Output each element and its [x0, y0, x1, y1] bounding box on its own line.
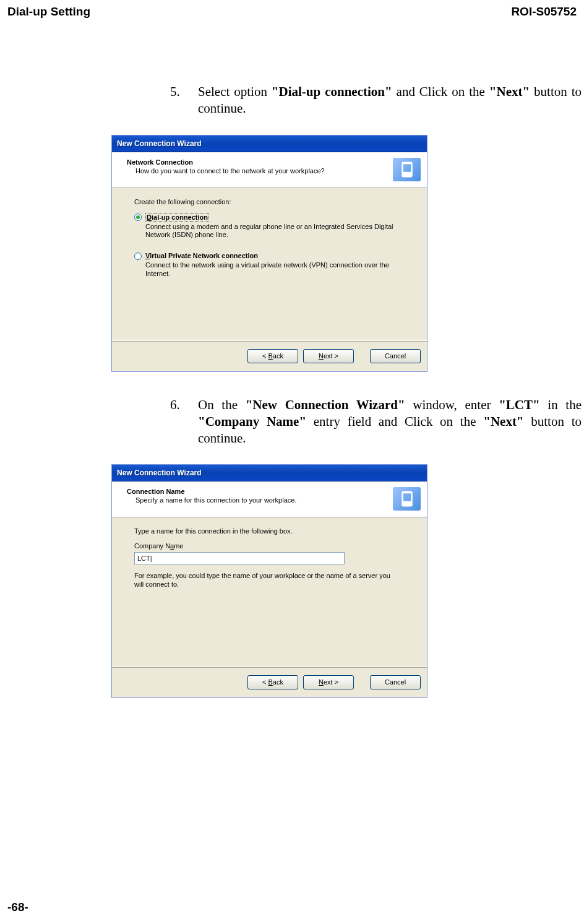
tb: "Next" [483, 414, 523, 429]
radio-desc: Connect to the network using a virtual p… [145, 261, 405, 278]
banner: Network Connection How do you want to co… [112, 152, 427, 188]
radio-label: Virtual Private Network connection [145, 252, 258, 259]
u: N [319, 678, 324, 686]
step-text: On the "New Connection Wizard" window, e… [198, 397, 582, 447]
t: ack [273, 352, 283, 360]
t: ext > [324, 678, 338, 686]
titlebar[interactable]: New Connection Wizard [112, 465, 427, 481]
t: window, enter [405, 397, 499, 412]
banner-subtitle: Specify a name for this connection to yo… [135, 496, 390, 504]
t-bold: "Dial-up connection" [272, 84, 392, 99]
page-header-left: Dial-up Setting [7, 5, 90, 19]
titlebar[interactable]: New Connection Wizard [112, 136, 427, 152]
main-content: 5. Select option "Dial-up connection" an… [170, 84, 582, 723]
page-header-right: ROI-S05752 [511, 5, 577, 19]
radio-desc: Connect using a modem and a regular phon… [145, 223, 405, 240]
tb: "LCT" [499, 397, 540, 412]
t: On the [198, 397, 246, 412]
t: ial-up connection [152, 214, 208, 221]
dialog-body: Create the following connection: Dial-up… [112, 188, 427, 340]
t: entry field and Click on the [306, 414, 483, 429]
banner-title: Network Connection [127, 158, 390, 166]
button-row: < Back Next > Cancel [112, 667, 427, 697]
dialog-body: Type a name for this connection in the f… [112, 517, 427, 667]
company-name-label: Company Name [134, 542, 405, 550]
radio-dialup[interactable]: Dial-up connection [134, 213, 405, 222]
radio-dot-selected[interactable] [134, 214, 142, 221]
tb: "Company Name" [198, 414, 306, 429]
u: D [147, 214, 152, 221]
dialog-connection-name: New Connection Wizard Connection Name Sp… [111, 464, 427, 698]
u: N [319, 352, 324, 360]
t: in the [540, 397, 582, 412]
company-name-input[interactable] [134, 552, 345, 564]
radio-vpn[interactable]: Virtual Private Network connection [134, 252, 405, 260]
dialog-network-connection: New Connection Wizard Network Connection… [111, 135, 427, 372]
step-5: 5. Select option "Dial-up connection" an… [170, 84, 582, 118]
lead-text: Type a name for this connection in the f… [134, 527, 405, 535]
t: Company N [134, 542, 170, 550]
t: irtual Private Network connection [150, 252, 258, 259]
t-bold: "Next" [489, 84, 530, 99]
step-num: 6. [170, 397, 198, 447]
t: < [262, 678, 268, 686]
button-row: < Back Next > Cancel [112, 340, 427, 371]
radio-dot[interactable] [134, 253, 142, 260]
step-6: 6. On the "New Connection Wizard" window… [170, 397, 582, 447]
t: ack [273, 678, 283, 686]
window-title: New Connection Wizard [117, 139, 202, 148]
t: Select option [198, 84, 272, 99]
phone-icon [393, 487, 421, 511]
t: me [174, 542, 183, 550]
cancel-button[interactable]: Cancel [370, 675, 421, 689]
lead-text: Create the following connection: [134, 198, 405, 205]
helper-text: For example, you could type the name of … [134, 572, 400, 589]
t: < [262, 352, 268, 360]
back-button[interactable]: < Back [247, 675, 298, 689]
phone-icon [393, 158, 421, 181]
step-text: Select option "Dial-up connection" and C… [198, 84, 582, 118]
back-button[interactable]: < Back [247, 349, 298, 363]
u: B [268, 678, 273, 686]
step-num: 5. [170, 84, 198, 118]
banner-title: Connection Name [127, 488, 390, 495]
t: ext > [324, 352, 338, 360]
cancel-button[interactable]: Cancel [370, 349, 421, 363]
next-button[interactable]: Next > [303, 675, 354, 689]
next-button[interactable]: Next > [303, 349, 354, 363]
window-title: New Connection Wizard [117, 468, 202, 477]
radio-label: Dial-up connection [145, 213, 209, 222]
t: and Click on the [392, 84, 489, 99]
page-number: -68- [7, 900, 28, 914]
tb: "New Connection Wizard" [246, 397, 405, 412]
u: B [268, 352, 273, 360]
banner-subtitle: How do you want to connect to the networ… [135, 167, 390, 175]
banner: Connection Name Specify a name for this … [112, 481, 427, 517]
